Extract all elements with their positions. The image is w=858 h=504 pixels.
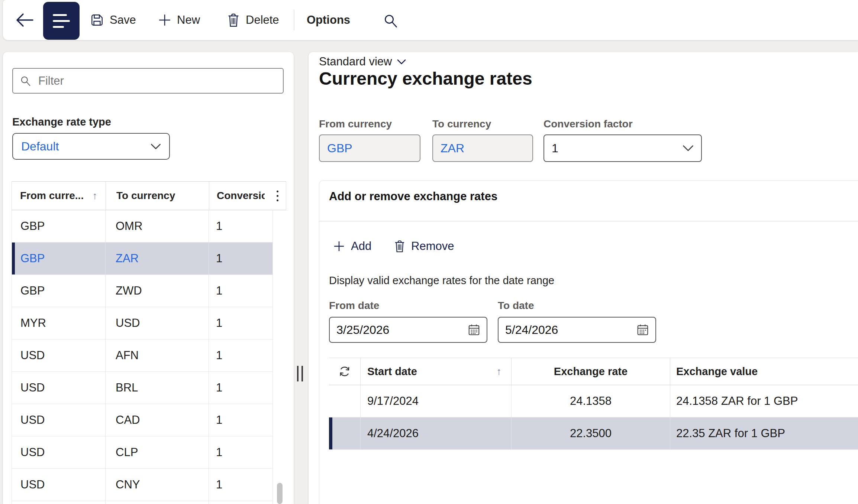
column-label: To currency: [116, 190, 175, 202]
cell-to: CNY: [105, 478, 209, 491]
currency-pair-row[interactable]: GBPZWD1: [12, 275, 272, 307]
cell-factor: 1: [209, 349, 272, 362]
column-label: From curre...: [20, 190, 84, 202]
currency-pair-row[interactable]: USDBRL1: [12, 372, 272, 404]
cell-start_date: 9/17/2024: [360, 385, 511, 417]
grid-divider: [209, 210, 209, 504]
new-button[interactable]: New: [158, 0, 200, 40]
options-button[interactable]: Options: [307, 0, 350, 40]
column-header-from-currency[interactable]: From curre... ↑: [12, 182, 106, 210]
currency-pair-row[interactable]: GBPOMR1: [12, 210, 272, 243]
cell-to: USD: [105, 316, 209, 330]
search-icon: [383, 13, 398, 28]
remove-button[interactable]: Remove: [394, 235, 454, 257]
add-button[interactable]: Add: [333, 235, 371, 257]
grid-border: [12, 210, 12, 504]
cell-to: ZWD: [105, 284, 209, 297]
filter-input[interactable]: [38, 74, 276, 88]
cell-value: 22.35 ZAR for 1 GBP: [670, 417, 858, 449]
to-date-value: 5/24/2026: [505, 323, 558, 337]
grid-body: 9/17/202424.135824.1358 ZAR for 1 GBP4/2…: [329, 385, 858, 450]
panel-splitter[interactable]: [297, 366, 303, 381]
delete-label: Delete: [246, 13, 279, 27]
column-header-exchange-rate[interactable]: Exchange rate: [511, 358, 670, 385]
add-label: Add: [351, 240, 371, 253]
grid-header: Start date ↑ Exchange rate Exchange valu…: [329, 358, 858, 385]
cell-to: OMR: [105, 220, 209, 233]
nav-menu-button[interactable]: [43, 2, 80, 40]
exchange-rates-grid: Start date ↑ Exchange rate Exchange valu…: [329, 358, 858, 450]
sort-ascending-icon: ↑: [93, 190, 98, 202]
exchange-rate-row[interactable]: 9/17/202424.135824.1358 ZAR for 1 GBP: [329, 385, 858, 417]
options-label: Options: [307, 13, 350, 27]
column-header-start-date[interactable]: Start date ↑: [360, 358, 511, 385]
to-currency-field: ZAR: [432, 134, 533, 162]
currency-pair-row[interactable]: USDCLP1: [12, 436, 272, 469]
from-date-value: 3/25/2026: [336, 323, 389, 337]
from-currency-field: GBP: [319, 134, 420, 162]
conversion-factor-label: Conversion factor: [543, 118, 633, 130]
to-date-input[interactable]: 5/24/2026: [498, 317, 656, 343]
currency-pair-row[interactable]: MYRUSD1: [12, 307, 272, 339]
toolbar-search-button[interactable]: [383, 13, 398, 28]
currency-pair-row[interactable]: USDCAD1: [12, 404, 272, 436]
filter-input-wrapper: [12, 68, 284, 94]
cell-to: BRL: [105, 381, 209, 394]
exchange-rate-row[interactable]: 4/24/202622.350022.35 ZAR for 1 GBP: [329, 417, 858, 450]
exchange-rate-type-label: Exchange rate type: [12, 116, 111, 128]
currency-pair-row[interactable]: USDCNY1: [12, 469, 272, 501]
currency-pair-row[interactable]: GBPZAR1: [12, 243, 272, 275]
cell-from: USD: [12, 413, 105, 427]
save-button[interactable]: Save: [90, 0, 136, 40]
save-label: Save: [110, 13, 136, 27]
from-date-label: From date: [329, 300, 379, 312]
remove-label: Remove: [411, 240, 454, 253]
app-screen: Save New Delete Options: [0, 0, 858, 504]
cell-from: MYR: [12, 316, 105, 330]
chevron-down-icon: [683, 145, 694, 152]
cell-factor: 1: [209, 381, 272, 394]
trash-icon: [394, 240, 406, 253]
date-range-caption: Display valid exchange rates for the dat…: [329, 274, 554, 287]
row-selector-cell: [329, 385, 360, 417]
column-header-conversion[interactable]: Conversion: [209, 182, 265, 210]
cell-to: CLP: [105, 446, 209, 459]
cell-rate: 22.3500: [511, 417, 670, 449]
refresh-button[interactable]: [329, 358, 360, 385]
cell-factor: 1: [209, 220, 272, 233]
cell-rate: 24.1358: [511, 385, 670, 417]
filter-search-icon: [20, 75, 31, 87]
column-label: Exchange value: [676, 365, 758, 378]
filter-panel: Exchange rate type Default From curre...…: [3, 52, 294, 504]
delete-button[interactable]: Delete: [227, 0, 279, 40]
currency-pair-row[interactable]: USDAFN1: [12, 339, 272, 372]
exchange-rate-type-select[interactable]: Default: [12, 133, 170, 160]
cell-start_date: 4/24/2026: [360, 417, 511, 449]
cell-from: GBP: [12, 220, 105, 233]
back-button[interactable]: [14, 12, 35, 29]
conversion-factor-select[interactable]: 1: [543, 134, 702, 162]
column-header-exchange-value[interactable]: Exchange value: [670, 358, 858, 385]
column-menu-icon[interactable]: [268, 182, 287, 210]
view-selector[interactable]: Standard view: [319, 55, 406, 68]
back-arrow-icon: [14, 12, 35, 29]
scrollbar-thumb[interactable]: [277, 483, 283, 504]
cell-value: 24.1358 ZAR for 1 GBP: [670, 385, 858, 417]
from-currency-label: From currency: [319, 118, 392, 130]
column-label: Start date: [367, 365, 417, 378]
toolbar-divider: [294, 10, 294, 30]
column-header-to-currency[interactable]: To currency: [106, 182, 209, 210]
cell-from: GBP: [12, 284, 105, 297]
calendar-icon[interactable]: [636, 323, 649, 336]
cell-from: USD: [12, 446, 105, 459]
refresh-icon: [338, 364, 352, 378]
to-date-label: To date: [498, 300, 534, 312]
currency-pairs-header: From curre... ↑ To currency Conversion: [12, 181, 286, 210]
from-date-input[interactable]: 3/25/2026: [329, 317, 487, 343]
card-divider: [319, 221, 858, 221]
card-title: Add or remove exchange rates: [329, 190, 497, 203]
from-currency-value: GBP: [327, 142, 352, 155]
trash-icon: [227, 13, 240, 27]
cell-factor: 1: [209, 252, 272, 265]
calendar-icon[interactable]: [467, 323, 481, 336]
